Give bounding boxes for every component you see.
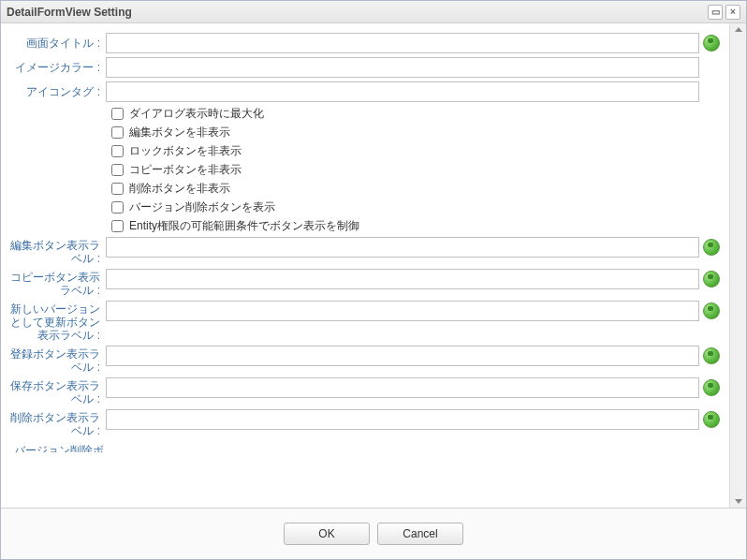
row-copy-button-label: コピーボタン表示ラベル : (5, 269, 725, 297)
checkbox-label: コピーボタンを非表示 (129, 162, 242, 178)
row-new-version-label: 新しいバージョンとして更新ボタン表示ラベル : (5, 301, 725, 342)
globe-icon[interactable] (703, 379, 720, 396)
input-save-button-label[interactable] (106, 377, 699, 398)
input-copy-button-label[interactable] (106, 269, 699, 289)
checkbox-show-version-delete-button[interactable]: バージョン削除ボタンを表示 (111, 199, 725, 215)
row-edit-button-label: 編集ボタン表示ラベル : (5, 237, 725, 265)
label-screen-title: 画面タイトル : (5, 33, 106, 50)
row-save-button-label: 保存ボタン表示ラベル : (5, 377, 725, 405)
input-delete-button-label[interactable] (106, 409, 699, 430)
dialog: DetailFormView Setting ▭ × 画面タイトル : イメージ… (0, 0, 747, 560)
ok-button[interactable]: OK (284, 523, 370, 545)
input-icon-tag[interactable] (106, 81, 699, 102)
close-button[interactable]: × (725, 5, 740, 20)
checkbox-label: Entity権限の可能範囲条件でボタン表示を制御 (129, 218, 359, 234)
label-new-version-label: 新しいバージョンとして更新ボタン表示ラベル : (5, 301, 106, 342)
input-new-version-label[interactable] (106, 301, 699, 321)
vertical-scrollbar[interactable] (729, 23, 746, 508)
cancel-button[interactable]: Cancel (377, 523, 463, 545)
checkbox-input[interactable] (111, 220, 124, 232)
input-register-button-label[interactable] (106, 346, 699, 366)
checkbox-label: 編集ボタンを非表示 (129, 125, 230, 140)
checkbox-input[interactable] (111, 126, 124, 139)
globe-icon[interactable] (703, 302, 720, 319)
row-image-color: イメージカラー : (5, 57, 725, 78)
checkbox-input[interactable] (111, 145, 124, 157)
checkbox-hide-lock-button[interactable]: ロックボタンを非表示 (111, 143, 725, 159)
label-image-color: イメージカラー : (5, 57, 106, 74)
checkbox-input[interactable] (111, 201, 124, 214)
globe-icon[interactable] (703, 347, 720, 364)
label-register-button-label: 登録ボタン表示ラベル : (5, 346, 106, 374)
globe-icon[interactable] (703, 271, 720, 287)
row-delete-button-label: 削除ボタン表示ラベル : (5, 409, 725, 437)
row-screen-title: 画面タイトル : (5, 33, 725, 53)
label-save-button-label: 保存ボタン表示ラベル : (5, 377, 106, 405)
label-icon-tag: アイコンタグ : (5, 81, 106, 98)
scroll-down-icon[interactable] (735, 499, 742, 504)
label-delete-button-label: 削除ボタン表示ラベル : (5, 409, 106, 437)
maximize-button[interactable]: ▭ (708, 5, 723, 20)
footer: OK Cancel (1, 508, 746, 559)
checkbox-label: ロックボタンを非表示 (129, 143, 242, 159)
checkbox-entity-permission-control[interactable]: Entity権限の可能範囲条件でボタン表示を制御 (111, 218, 725, 234)
content: 画面タイトル : イメージカラー : アイコンタグ : (1, 23, 729, 508)
globe-icon[interactable] (703, 239, 720, 256)
input-image-color[interactable] (106, 57, 699, 78)
checkbox-input[interactable] (111, 183, 124, 195)
globe-icon[interactable] (703, 411, 720, 428)
checkbox-hide-edit-button[interactable]: 編集ボタンを非表示 (111, 125, 725, 140)
checkbox-maximize-dialog[interactable]: ダイアログ表示時に最大化 (111, 106, 725, 122)
titlebar: DetailFormView Setting ▭ × (1, 1, 746, 23)
checkbox-label: ダイアログ表示時に最大化 (129, 106, 264, 122)
checkbox-label: バージョン削除ボタンを表示 (129, 199, 275, 215)
checkbox-hide-delete-button[interactable]: 削除ボタンを非表示 (111, 181, 725, 197)
checkbox-input[interactable] (111, 108, 124, 120)
overflow-label: バージョン削除ボ (5, 443, 725, 452)
input-screen-title[interactable] (106, 33, 699, 53)
label-edit-button-label: 編集ボタン表示ラベル : (5, 237, 106, 265)
row-icon-tag: アイコンタグ : (5, 81, 725, 102)
checkbox-hide-copy-button[interactable]: コピーボタンを非表示 (111, 162, 725, 178)
scroll-up-icon[interactable] (735, 27, 742, 32)
checkbox-label: 削除ボタンを非表示 (129, 181, 230, 197)
content-wrap: 画面タイトル : イメージカラー : アイコンタグ : (1, 23, 746, 508)
label-copy-button-label: コピーボタン表示ラベル : (5, 269, 106, 297)
input-edit-button-label[interactable] (106, 237, 699, 258)
row-register-button-label: 登録ボタン表示ラベル : (5, 346, 725, 374)
checkbox-input[interactable] (111, 164, 124, 176)
window-title: DetailFormView Setting (7, 6, 705, 19)
globe-icon[interactable] (703, 35, 720, 52)
